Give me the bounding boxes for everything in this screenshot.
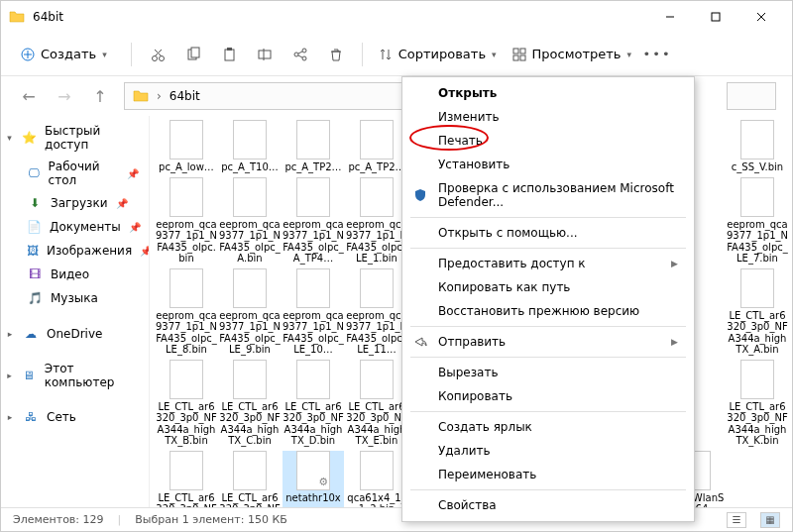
file-name: qca61x4_1_1_2.bin: [346, 492, 407, 508]
file-item[interactable]: eeprom_qca9377_1p1_NFA435_olpc_LE_1.bin: [346, 177, 407, 265]
file-name: pc_A_TP2…: [346, 161, 407, 173]
ctx-shortcut[interactable]: Создать ярлык: [402, 415, 694, 439]
separator: [410, 411, 686, 412]
sidebar-documents[interactable]: 📄Документы📌: [1, 215, 149, 239]
ctx-edit[interactable]: Изменить: [402, 105, 694, 129]
minimize-button[interactable]: [647, 1, 693, 33]
close-button[interactable]: [738, 1, 784, 33]
file-name: pc_A_T10…: [219, 161, 281, 173]
file-item[interactable]: LE_CTL_ar6320_3p0_NFA344a_highTX_B.bin: [156, 360, 217, 447]
ctx-restore-prev[interactable]: Восстановить прежнюю версию: [402, 299, 694, 323]
up-button[interactable]: ↑: [88, 84, 112, 108]
ctx-open[interactable]: Открыть: [402, 81, 694, 105]
ctx-defender[interactable]: Проверка с использованием Microsoft Defe…: [402, 176, 694, 214]
search-box[interactable]: [727, 82, 776, 110]
ctx-properties[interactable]: Свойства: [402, 493, 694, 517]
separator: [410, 326, 686, 327]
file-item[interactable]: eeprom_qca9377_1p1_NFA435_olpc_LE_7.bin: [727, 177, 788, 265]
file-item[interactable]: LE_CTL_ar6320_3p0_NFA344a_highTX_E.bin: [346, 360, 407, 447]
file-icon: [296, 177, 330, 217]
file-item[interactable]: pc_A_TP2…: [346, 120, 407, 173]
file-name: pc_A_low…: [156, 161, 217, 173]
file-name: eeprom_qca9377_1p1_NFA435_olpc_LE_10…: [283, 310, 344, 356]
sidebar-network[interactable]: ▸🖧Сеть: [1, 405, 149, 429]
file-icon: [296, 268, 330, 308]
file-item[interactable]: pc_A_T10…: [219, 120, 281, 173]
icons-view-button[interactable]: ▦: [760, 512, 780, 528]
ctx-install[interactable]: Установить: [402, 153, 694, 176]
forward-button[interactable]: →: [53, 84, 76, 108]
sidebar-pictures[interactable]: 🖼Изображения📌: [1, 239, 149, 263]
file-item[interactable]: pc_A_TP2…: [283, 120, 344, 173]
sidebar-desktop[interactable]: 🖵Рабочий стол📌: [1, 156, 149, 191]
ctx-send-to[interactable]: Отправить▶: [402, 330, 694, 354]
file-name: eeprom_qca9377_1p1_NFA435_olpc_LE_7.bin: [727, 219, 788, 265]
ctx-give-access[interactable]: Предоставить доступ к▶: [402, 252, 694, 275]
sort-icon: [379, 48, 393, 61]
document-icon: 📄: [27, 219, 42, 235]
svg-rect-25: [520, 49, 525, 53]
file-item[interactable]: netathr10x: [283, 451, 344, 508]
file-item[interactable]: eeprom_qca9377_1p1_NFA435_olpc_LE_10…: [283, 268, 344, 356]
ctx-delete[interactable]: Удалить: [402, 439, 694, 463]
pc-icon: 🖥: [22, 368, 37, 383]
back-button[interactable]: ←: [17, 84, 41, 108]
file-name: eeprom_qca9377_1p1_NFA435_olpc_LE_11…: [346, 310, 407, 356]
file-name: eeprom_qca9377_1p1_NFA435_olpc_A_TP4…: [283, 219, 344, 265]
paste-button[interactable]: [219, 45, 239, 64]
toolbar: Создать ▾ Сортировать ▾ Просмотреть ▾ ••…: [1, 33, 792, 76]
file-item[interactable]: LE_CTL_ar6320_3p0_NFA344a_highTX_M.bin: [219, 451, 281, 508]
file-item[interactable]: qca61x4_1_1_2.bin: [346, 451, 407, 508]
file-item[interactable]: LE_CTL_ar6320_3p0_NFA344a_highTX_A.bin: [727, 268, 788, 356]
more-button[interactable]: •••: [647, 45, 667, 64]
sidebar-quick-access[interactable]: ▾⭐Быстрый доступ: [1, 120, 149, 156]
file-item[interactable]: LE_CTL_ar6320_3p0_NFA344a_highTX_K.bin: [727, 360, 788, 447]
sort-button[interactable]: Сортировать ▾: [379, 47, 497, 61]
window-title: 64bit: [33, 10, 647, 24]
view-button[interactable]: Просмотреть ▾: [512, 47, 631, 61]
ctx-rename[interactable]: Переименовать: [402, 463, 694, 486]
ctx-cut[interactable]: Вырезать: [402, 361, 694, 384]
share-icon: [412, 334, 428, 350]
file-icon: [296, 360, 330, 399]
sidebar-downloads[interactable]: ⬇Загрузки📌: [1, 191, 149, 215]
maximize-button[interactable]: [693, 1, 738, 33]
details-view-button[interactable]: ☰: [727, 512, 746, 528]
file-icon: [233, 177, 267, 217]
chevron-down-icon: ▾: [102, 50, 107, 59]
ctx-copy-as-path[interactable]: Копировать как путь: [402, 275, 694, 299]
file-name: eeprom_qca9377_1p1_NFA435_olpc.bin: [156, 219, 217, 265]
separator: [362, 43, 363, 66]
file-item[interactable]: LE_CTL_ar6320_3p0_NFA344a_highTX_L.bin: [156, 451, 217, 508]
file-icon: [740, 120, 774, 160]
file-name: eeprom_qca9377_1p1_NFA435_olpc_LE_8.bin: [156, 310, 217, 356]
delete-button[interactable]: [326, 45, 346, 64]
file-name: eeprom_qca9377_1p1_NFA435_olpc_LE_9.bin: [219, 310, 281, 356]
share-button[interactable]: [290, 45, 310, 64]
file-item[interactable]: eeprom_qca9377_1p1_NFA435_olpc_LE_11…: [346, 268, 407, 356]
ctx-copy[interactable]: Копировать: [402, 384, 694, 408]
ctx-open-with[interactable]: Открыть с помощью...: [402, 221, 694, 245]
file-item[interactable]: eeprom_qca9377_1p1_NFA435_olpc_LE_8.bin: [156, 268, 217, 356]
file-item[interactable]: LE_CTL_ar6320_3p0_NFA344a_highTX_C.bin: [219, 360, 281, 447]
file-item[interactable]: eeprom_qca9377_1p1_NFA435_olpc_A.bin: [219, 177, 281, 265]
file-item[interactable]: eeprom_qca9377_1p1_NFA435_olpc_LE_9.bin: [219, 268, 281, 356]
ctx-print[interactable]: Печать: [402, 129, 694, 153]
file-name: LE_CTL_ar6320_3p0_NFA344a_highTX_M.bin: [219, 492, 281, 508]
new-button[interactable]: Создать ▾: [13, 43, 115, 65]
cut-button[interactable]: [148, 45, 168, 64]
file-item[interactable]: c_SS_V.bin: [727, 120, 788, 173]
sidebar-this-pc[interactable]: ▸🖥Этот компьютер: [1, 358, 149, 393]
path-segment[interactable]: 64bit: [170, 89, 200, 103]
file-item[interactable]: eeprom_qca9377_1p1_NFA435_olpc_A_TP4…: [283, 177, 344, 265]
file-icon: [360, 451, 394, 490]
file-item[interactable]: pc_A_low…: [156, 120, 217, 173]
sidebar-music[interactable]: 🎵Музыка: [1, 286, 149, 310]
rename-button[interactable]: [255, 45, 275, 64]
sidebar-video[interactable]: 🎞Видео: [1, 263, 149, 286]
file-item[interactable]: LE_CTL_ar6320_3p0_NFA344a_highTX_D.bin: [283, 360, 344, 447]
copy-button[interactable]: [183, 45, 203, 64]
sidebar-onedrive[interactable]: ▸☁OneDrive: [1, 322, 149, 346]
file-item[interactable]: eeprom_qca9377_1p1_NFA435_olpc.bin: [156, 177, 217, 265]
file-icon: [740, 177, 774, 217]
